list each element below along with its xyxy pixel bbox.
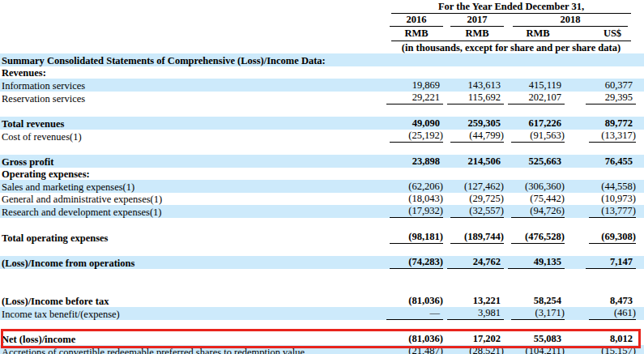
row-label: Sales and marketing expenses(1) — [0, 180, 356, 193]
cell-value: 29,395 — [586, 92, 636, 104]
value-cell: 202,107 — [506, 92, 567, 104]
value-cell: 19,869 — [356, 79, 446, 92]
row-label: Summary Consolidated Statements of Compr… — [0, 53, 356, 66]
value-cell — [567, 143, 644, 156]
table-body: Summary Consolidated Statements of Compr… — [0, 53, 644, 354]
cell-value: 17,202 — [473, 334, 504, 345]
cell-value: 259,305 — [467, 118, 504, 130]
spacer-row — [0, 320, 644, 333]
table-row: Summary Consolidated Statements of Compr… — [0, 53, 644, 66]
spacer-row — [0, 143, 644, 156]
value-cell — [567, 53, 644, 66]
cell-value: 13,221 — [473, 296, 504, 307]
units-note: (in thousands, except for share and per … — [391, 42, 631, 53]
row-label — [0, 218, 356, 231]
row-label: Cost of revenues(1) — [0, 130, 356, 143]
cell-value: (74,283) — [390, 257, 443, 269]
value-cell — [356, 244, 446, 257]
value-cell — [356, 269, 446, 282]
value-cell: (44,799) — [446, 130, 506, 143]
value-cell — [356, 53, 446, 66]
currency-header-rmb-2018: RMB — [511, 28, 565, 39]
value-cell: 60,377 — [567, 79, 644, 92]
value-cell: 7,147 — [567, 256, 644, 269]
cell-value: (81,036) — [408, 296, 443, 307]
cell-value: 525,663 — [528, 156, 565, 168]
row-label: Total operating expenses — [0, 231, 356, 244]
cell-value: 58,254 — [534, 296, 565, 307]
value-cell — [506, 269, 567, 282]
spacer-row — [0, 269, 644, 282]
value-cell: 259,305 — [446, 117, 506, 130]
value-cell — [506, 53, 567, 66]
cell-value: (15,157) — [589, 346, 636, 354]
table-row: Sales and marketing expenses(1)(62,206)(… — [0, 180, 644, 193]
value-cell: (127,462) — [446, 180, 506, 193]
currency-header-usd-2018: US$ — [589, 28, 636, 39]
value-cell — [446, 168, 506, 181]
cell-value: — — [386, 308, 443, 320]
cell-value: (476,528) — [511, 232, 565, 244]
value-cell — [506, 282, 567, 295]
cell-value: (13,777) — [589, 206, 636, 218]
table-row: (Loss)/Income before tax(81,036)13,22158… — [0, 294, 644, 307]
cell-value: 89,772 — [605, 118, 636, 130]
cell-value: 49,090 — [412, 118, 443, 130]
value-cell — [356, 282, 446, 295]
cell-value: (127,462) — [464, 181, 504, 193]
value-cell — [356, 168, 446, 181]
row-label: (Loss)/Income before tax — [0, 294, 356, 307]
value-cell: 415,119 — [506, 79, 567, 92]
value-cell: (15,157) — [567, 345, 644, 354]
cell-value: 60,377 — [605, 80, 636, 92]
cell-value: 8,473 — [610, 296, 636, 307]
cell-value: (3,171) — [511, 308, 565, 320]
value-cell — [506, 104, 567, 117]
spacer-row — [0, 104, 644, 117]
value-cell: (75,442) — [506, 193, 567, 206]
value-cell: (81,036) — [356, 332, 446, 345]
value-cell: 617,226 — [506, 117, 567, 130]
row-label: Revenues: — [0, 66, 356, 79]
value-cell: 23,898 — [356, 155, 446, 168]
row-label: Net (loss)/income — [0, 332, 356, 345]
cell-value: (18,043) — [408, 194, 443, 205]
value-cell — [506, 218, 567, 231]
cell-value: 49,135 — [508, 257, 565, 269]
spacer-row — [0, 218, 644, 231]
cell-value: 3,981 — [447, 308, 504, 320]
currency-header-rmb-2016: RMB — [390, 28, 443, 39]
spacer-row — [0, 282, 644, 295]
row-label — [0, 143, 356, 156]
cell-value: (44,558) — [601, 181, 636, 193]
period-title: For the Year Ended December 31, — [391, 1, 631, 14]
table-row: Operating expenses: — [0, 168, 644, 181]
value-cell — [446, 269, 506, 282]
row-label — [0, 269, 356, 282]
value-cell: (17,932) — [356, 205, 446, 218]
cell-value: (32,557) — [450, 206, 504, 218]
cell-value: 24,762 — [447, 257, 504, 269]
value-cell: 13,221 — [446, 294, 506, 307]
value-cell: (10,973) — [567, 193, 644, 206]
value-cell: (306,360) — [506, 180, 567, 193]
cell-value: 617,226 — [528, 118, 565, 130]
value-cell: — — [356, 307, 446, 320]
table-row: Gross profit23,898214,506525,66376,455 — [0, 155, 644, 168]
table-row: Total operating expenses(98,181)(189,744… — [0, 231, 644, 244]
value-cell: (104,211) — [506, 345, 567, 354]
financial-statement-document: For the Year Ended December 31, 2016 201… — [0, 0, 644, 354]
value-cell: (18,043) — [356, 193, 446, 206]
year-header-2018: 2018 — [513, 14, 628, 27]
table-row: Information services19,869143,613415,119… — [0, 79, 644, 92]
cell-value: (69,308) — [589, 232, 636, 244]
value-cell: (69,308) — [567, 231, 644, 244]
value-cell — [567, 168, 644, 181]
value-cell — [446, 218, 506, 231]
value-cell: 49,090 — [356, 117, 446, 130]
value-cell: 24,762 — [446, 256, 506, 269]
value-cell: 214,506 — [446, 155, 506, 168]
cell-value: (44,799) — [450, 130, 504, 143]
row-label — [0, 282, 356, 295]
cell-value: (13,317) — [589, 130, 636, 143]
